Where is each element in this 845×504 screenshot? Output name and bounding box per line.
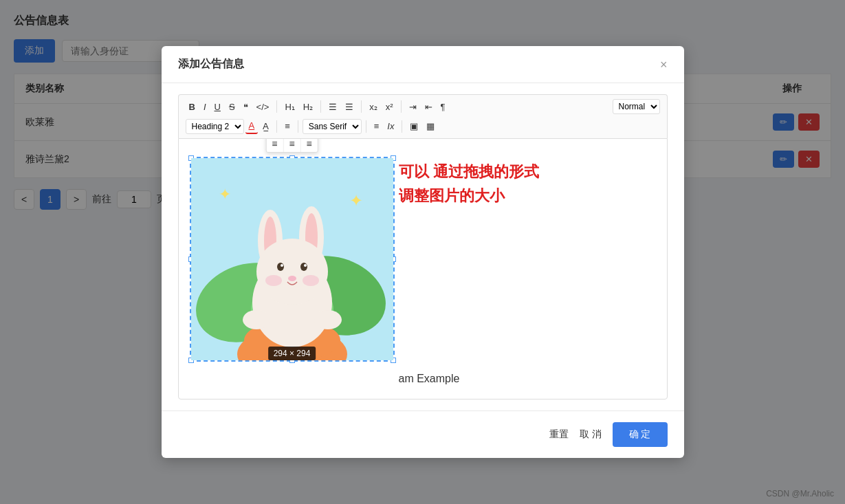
align-right-button[interactable]: ≡ — [301, 138, 318, 152]
editor-text-line2: 调整图片的大小 — [399, 184, 539, 208]
toolbar-sep-1 — [276, 100, 277, 113]
ul-button[interactable]: ☰ — [342, 100, 357, 114]
modal-close-button[interactable]: × — [660, 58, 668, 71]
editor-instruction-text: 可以 通过拖拽的形式 调整图片的大小 — [399, 160, 539, 208]
svg-point-23 — [243, 310, 270, 329]
align-center-button-img[interactable]: ≡ — [283, 138, 300, 152]
align-left-button[interactable]: ≡ — [266, 138, 283, 152]
rabbit-image: ✦ ✦ + ✦ — [191, 158, 393, 360]
svg-point-17 — [300, 263, 307, 271]
quote-button[interactable]: ❝ — [240, 100, 252, 114]
modal-header: 添加公告信息 × — [162, 46, 684, 83]
paragraph-button[interactable]: ¶ — [437, 100, 449, 114]
subscript-button[interactable]: x₂ — [366, 100, 381, 114]
svg-point-16 — [277, 263, 284, 271]
svg-point-24 — [314, 310, 342, 329]
svg-point-18 — [281, 264, 283, 267]
toolbar-sep-6 — [298, 120, 298, 133]
indent-left-button[interactable]: ⇤ — [421, 100, 436, 114]
editor-text-line1: 可以 通过拖拽的形式 — [399, 160, 539, 184]
editor-area[interactable]: ≡ ≡ ≡ — [178, 138, 668, 399]
svg-point-22 — [303, 275, 319, 286]
h1-button[interactable]: H₁ — [281, 100, 298, 114]
ol-button[interactable]: ☰ — [325, 100, 340, 114]
code-button[interactable]: </> — [253, 100, 273, 114]
clear-format-button[interactable]: Ix — [384, 119, 397, 133]
toolbar-sep-5 — [276, 120, 277, 133]
underline-button[interactable]: U — [211, 100, 224, 114]
editor-text-bottom: am Example — [399, 373, 460, 385]
cancel-button[interactable]: 取 消 — [580, 428, 602, 441]
bold-button[interactable]: B — [186, 100, 199, 114]
font-color-button[interactable]: A — [245, 118, 259, 134]
svg-point-21 — [265, 275, 282, 286]
toolbar-sep-3 — [361, 100, 362, 113]
insert-image-button[interactable]: ▣ — [406, 119, 421, 133]
font-highlight-button[interactable]: A̲ — [259, 119, 272, 133]
toolbar-row-2: Heading 2 A A̲ ≡ Sans Serif ≡ Ix ▣ ▦ — [186, 118, 660, 134]
italic-button[interactable]: I — [200, 100, 210, 114]
modal-dialog: 添加公告信息 × B I U S ❝ </> H₁ H₂ ☰ — [162, 46, 684, 458]
confirm-button[interactable]: 确 定 — [613, 422, 668, 447]
normal-select[interactable]: Normal — [613, 99, 660, 114]
editor-text-right: am Example — [399, 373, 460, 384]
strikethrough-button[interactable]: S — [226, 100, 239, 114]
size-tooltip: 294 × 294 — [268, 347, 316, 360]
svg-text:✦: ✦ — [219, 186, 231, 203]
align-center-button[interactable]: ≡ — [371, 119, 383, 133]
toolbar-sep-2 — [320, 100, 321, 113]
svg-text:✦: ✦ — [349, 191, 363, 210]
indent-right-button[interactable]: ⇥ — [406, 100, 420, 114]
superscript-button[interactable]: x² — [382, 100, 397, 114]
modal-footer: 重置 取 消 确 定 — [162, 410, 684, 458]
h2-button[interactable]: H₂ — [300, 100, 316, 114]
toolbar-sep-8 — [402, 120, 402, 133]
image-wrapper: ≡ ≡ ≡ — [190, 157, 395, 363]
insert-table-button[interactable]: ▦ — [423, 119, 438, 133]
modal-body: B I U S ❝ </> H₁ H₂ ☰ ☰ x₂ x² ⇥ — [162, 83, 684, 410]
heading-select[interactable]: Heading 2 — [186, 119, 244, 134]
font-name-select[interactable]: Sans Serif — [303, 119, 362, 134]
modal-overlay: 添加公告信息 × B I U S ❝ </> H₁ H₂ ☰ — [0, 0, 845, 504]
image-align-toolbar: ≡ ≡ ≡ — [265, 138, 318, 153]
editor-toolbar: B I U S ❝ </> H₁ H₂ ☰ ☰ x₂ x² ⇥ — [178, 94, 668, 138]
svg-point-15 — [256, 239, 328, 305]
modal-title: 添加公告信息 — [178, 57, 244, 72]
svg-point-20 — [288, 276, 296, 281]
align-button[interactable]: ≡ — [281, 119, 294, 133]
toolbar-sep-7 — [366, 120, 366, 133]
toolbar-sep-4 — [401, 100, 402, 113]
image-container[interactable]: ✦ ✦ + ✦ — [190, 157, 395, 362]
toolbar-row-1: B I U S ❝ </> H₁ H₂ ☰ ☰ x₂ x² ⇥ — [186, 99, 660, 114]
reset-button[interactable]: 重置 — [549, 428, 569, 441]
svg-point-19 — [304, 264, 307, 267]
